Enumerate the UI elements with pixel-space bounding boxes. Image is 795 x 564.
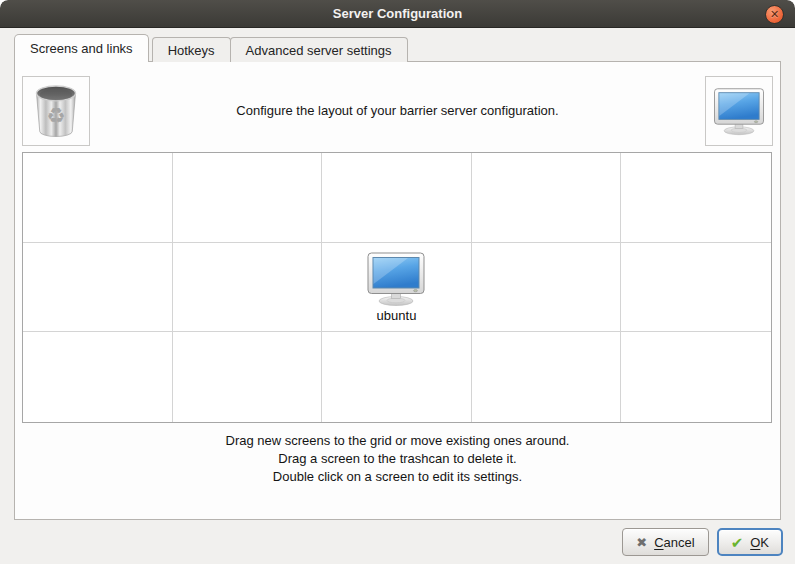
titlebar[interactable]: Server Configuration ✕: [0, 0, 795, 28]
new-screen-monitor-icon: [711, 87, 767, 136]
window-title: Server Configuration: [0, 0, 795, 28]
cancel-button[interactable]: ✖ Cancel: [622, 528, 708, 556]
grid-cell[interactable]: [472, 332, 622, 422]
instruction-line: Double click on a screen to edit its set…: [15, 468, 780, 486]
instruction-line: Drag a screen to the trashcan to delete …: [15, 450, 780, 468]
grid-cell[interactable]: [621, 243, 771, 333]
screen-layout-grid: ubuntu: [22, 152, 772, 423]
dialog-button-box: ✖ Cancel ✔ OK: [622, 528, 783, 556]
ok-button[interactable]: ✔ OK: [717, 528, 783, 556]
tab-hotkeys[interactable]: Hotkeys: [152, 37, 231, 62]
tab-bar: Screens and links Hotkeys Advanced serve…: [14, 34, 407, 62]
grid-cell[interactable]: [472, 243, 622, 333]
grid-cell[interactable]: [173, 153, 323, 243]
grid-cell[interactable]: [472, 153, 622, 243]
trashcan-drop-target[interactable]: ♻: [22, 76, 90, 146]
recycle-icon: ♻: [46, 104, 65, 128]
tab-screens-and-links[interactable]: Screens and links: [14, 34, 149, 62]
new-screen-drag-source[interactable]: [705, 76, 773, 146]
ok-label: OK: [750, 535, 769, 550]
server-configuration-dialog: Server Configuration ✕ Screens and links…: [0, 0, 795, 564]
close-icon: ✕: [770, 8, 779, 21]
grid-cell[interactable]: [23, 153, 173, 243]
grid-cell[interactable]: [322, 153, 472, 243]
grid-cell[interactable]: [322, 332, 472, 422]
grid-cell[interactable]: [173, 243, 323, 333]
close-button[interactable]: ✕: [765, 5, 784, 24]
grid-cell[interactable]: [621, 332, 771, 422]
grid-cell[interactable]: [621, 153, 771, 243]
panel-description: Configure the layout of your barrier ser…: [105, 103, 690, 118]
screens-and-links-panel: ♻ Configure the layout of your barrier s…: [14, 61, 781, 520]
screen-name-label: ubuntu: [377, 308, 417, 323]
grid-cell[interactable]: [23, 243, 173, 333]
grid-cell[interactable]: [23, 332, 173, 422]
check-mark-icon: ✔: [731, 535, 744, 550]
x-mark-icon: ✖: [636, 536, 647, 549]
cancel-label: Cancel: [654, 535, 694, 550]
grid-cell[interactable]: [173, 332, 323, 422]
grid-cell-screen-ubuntu[interactable]: ubuntu: [322, 243, 472, 333]
instructions-text: Drag new screens to the grid or move exi…: [15, 432, 780, 486]
instruction-line: Drag new screens to the grid or move exi…: [15, 432, 780, 450]
tab-advanced-server-settings[interactable]: Advanced server settings: [230, 37, 408, 62]
trashcan-icon: ♻: [30, 82, 82, 140]
screen-monitor-icon: [364, 251, 428, 307]
